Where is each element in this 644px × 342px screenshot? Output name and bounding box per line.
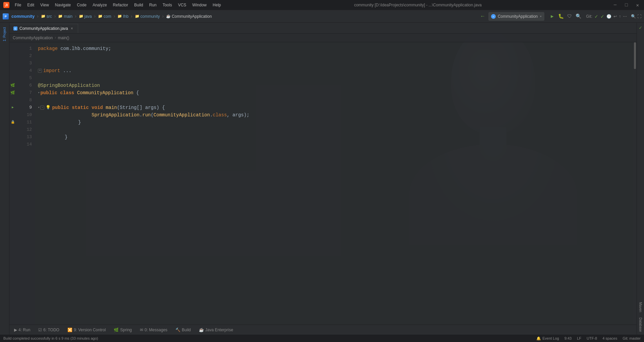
- close-button[interactable]: ✕: [635, 2, 641, 8]
- bottom-tab-run[interactable]: ▶ 4: Run: [13, 327, 32, 333]
- editor-tab-community-application[interactable]: C CommunityApplication.java ×: [9, 24, 78, 33]
- debug-button[interactable]: 🐛: [557, 13, 565, 20]
- vc-tab-icon: 🔀: [67, 328, 72, 332]
- menu-analyze[interactable]: Analyze: [90, 2, 110, 8]
- menu-refactor[interactable]: Refactor: [110, 2, 131, 8]
- nav-src-label: src: [47, 14, 52, 19]
- line-num-14: 14: [22, 141, 32, 148]
- line-num-8: 8: [22, 97, 32, 104]
- code-line-14: [38, 141, 633, 148]
- bc-method[interactable]: main(): [58, 36, 69, 40]
- build-tab-icon: 🔨: [175, 328, 180, 332]
- nav-sep-2: ›: [54, 14, 56, 19]
- vertical-scrollbar[interactable]: [633, 42, 637, 325]
- coverage-button[interactable]: 🛡: [566, 13, 573, 20]
- menu-help[interactable]: Help: [210, 2, 224, 8]
- code-line-13: }: [38, 133, 633, 141]
- bc-class[interactable]: CommunityApplication: [13, 36, 53, 40]
- nav-src[interactable]: 📁 src: [41, 14, 52, 19]
- run-config-label: CommunityApplication: [498, 14, 538, 19]
- indent-settings[interactable]: 4 spaces: [602, 336, 617, 340]
- menu-view[interactable]: View: [38, 2, 52, 8]
- menu-code[interactable]: Code: [74, 2, 89, 8]
- javaent-tab-label: Java Enterprise: [205, 328, 233, 332]
- tab-bar: C CommunityApplication.java ×: [9, 23, 637, 34]
- run-class-gutter-icon[interactable]: 🌿: [10, 89, 15, 97]
- gutter-7: 🌿: [9, 89, 16, 97]
- nav-sep-3: ›: [74, 14, 77, 19]
- maximize-button[interactable]: □: [623, 2, 629, 8]
- toolbar-search-icon[interactable]: 🔍: [631, 14, 636, 19]
- run-main-gutter-icon[interactable]: ▶: [12, 104, 14, 111]
- maven-tab[interactable]: Maven: [638, 299, 643, 315]
- tab-filename: CommunityApplication.java: [19, 26, 68, 31]
- nav-community-label: community: [141, 14, 160, 19]
- menu-build[interactable]: Build: [131, 2, 146, 8]
- line-num-9: 9: [22, 104, 32, 111]
- nav-sep-5: ›: [113, 14, 116, 19]
- nav-com-label: com: [104, 14, 111, 19]
- nav-community[interactable]: 📁 community: [135, 14, 160, 19]
- project-panel-tab[interactable]: 1: Project: [2, 24, 7, 44]
- git-revert-icon: ↩: [613, 14, 617, 19]
- cursor-position: 9:43: [565, 336, 572, 340]
- main-area: 1: Project C CommunityApplication.java ×…: [0, 23, 644, 335]
- springboot-gutter-icon[interactable]: 🌿: [10, 82, 15, 89]
- git-branch-status[interactable]: Git: master: [623, 336, 641, 340]
- line-num-7: 7: [22, 89, 32, 97]
- bottom-tab-java-enterprise[interactable]: ☕ Java Enterprise: [198, 327, 234, 333]
- menu-bar[interactable]: File Edit View Navigate Code Analyze Ref…: [12, 2, 224, 8]
- line-num-5: 5: [22, 74, 32, 82]
- menu-run[interactable]: Run: [147, 2, 159, 8]
- todo-tab-label: 6: TODO: [43, 328, 59, 332]
- app-logo: JI: [3, 2, 9, 8]
- menu-vcs[interactable]: VCS: [175, 2, 189, 8]
- bulb-icon: 💡: [46, 104, 51, 111]
- toolbar-maximize-icon[interactable]: ⛶: [637, 14, 641, 19]
- editor-area: C CommunityApplication.java × CommunityA…: [9, 23, 637, 335]
- bottom-tab-messages[interactable]: ✉ 0: Messages: [139, 327, 169, 333]
- nav-lhb-label: lhb: [123, 14, 128, 19]
- tab-close-button[interactable]: ×: [70, 26, 74, 31]
- menu-edit[interactable]: Edit: [24, 2, 37, 8]
- run-config-dropdown[interactable]: ▾: [540, 14, 542, 18]
- database-tab[interactable]: Database: [638, 315, 643, 335]
- gutter-2: [9, 52, 16, 60]
- nav-lhb[interactable]: 📁 lhb: [117, 14, 128, 19]
- nav-class[interactable]: ☕ CommunityApplication: [166, 14, 212, 19]
- menu-tools[interactable]: Tools: [160, 2, 175, 8]
- status-bar: Build completed successfully in 6 s 9 ms…: [0, 335, 644, 342]
- nav-java[interactable]: 📁 java: [79, 14, 92, 19]
- line-separator: LF: [577, 336, 581, 340]
- minimize-button[interactable]: ─: [612, 2, 618, 8]
- method-fold-box[interactable]: -: [40, 106, 44, 110]
- nav-project[interactable]: community: [11, 14, 35, 19]
- run-button[interactable]: ▶: [548, 13, 556, 20]
- bottom-tab-todo[interactable]: ☑ 6: TODO: [37, 327, 61, 333]
- menu-navigate[interactable]: Navigate: [52, 2, 73, 8]
- line-num-6: 6: [22, 82, 32, 89]
- build-tab-label: Build: [182, 328, 191, 332]
- scrollbar-thumb[interactable]: [634, 42, 636, 69]
- event-log[interactable]: 🔔 Event Log: [536, 336, 559, 341]
- profile-button[interactable]: 🔍: [575, 13, 582, 20]
- nav-back-icon[interactable]: ←: [481, 13, 484, 19]
- code-line-4: + import ...: [38, 67, 633, 74]
- run-config[interactable]: ☕ CommunityApplication ▾: [488, 12, 544, 21]
- bottom-tab-build[interactable]: 🔨 Build: [174, 327, 192, 333]
- method-fold-icon[interactable]: ▾: [38, 104, 40, 111]
- import-fold-icon[interactable]: +: [38, 69, 42, 73]
- run-tab-icon: ▶: [14, 328, 17, 332]
- editor-content: 🌿 🌿 ▶ 🔒 1 2: [9, 42, 637, 325]
- menu-window[interactable]: Window: [190, 2, 209, 8]
- encoding[interactable]: UTF-8: [587, 336, 597, 340]
- menu-file[interactable]: File: [12, 2, 24, 8]
- nav-main[interactable]: 📁 main: [58, 14, 72, 19]
- code-line-10: SpringApplication.run(CommunityApplicati…: [38, 111, 633, 119]
- bottom-tab-vc[interactable]: 🔀 9: Version Control: [66, 327, 107, 333]
- code-content[interactable]: package com.lhb.community; + import ...: [35, 42, 633, 325]
- todo-tab-icon: ☑: [38, 328, 42, 332]
- nav-com[interactable]: 📁 com: [98, 14, 111, 19]
- class-fold-icon[interactable]: ▾: [38, 89, 40, 97]
- bottom-tab-spring[interactable]: 🌿 Spring: [112, 327, 133, 333]
